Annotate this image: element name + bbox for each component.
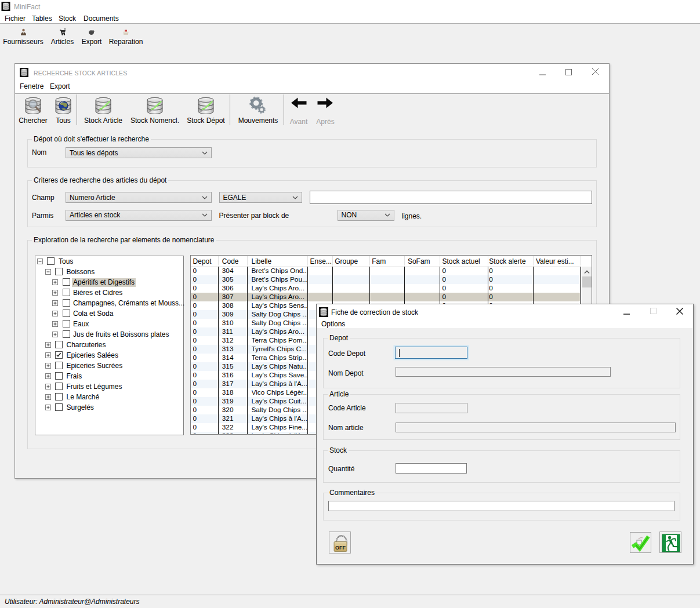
svg-text:OFF: OFF [335, 545, 346, 551]
